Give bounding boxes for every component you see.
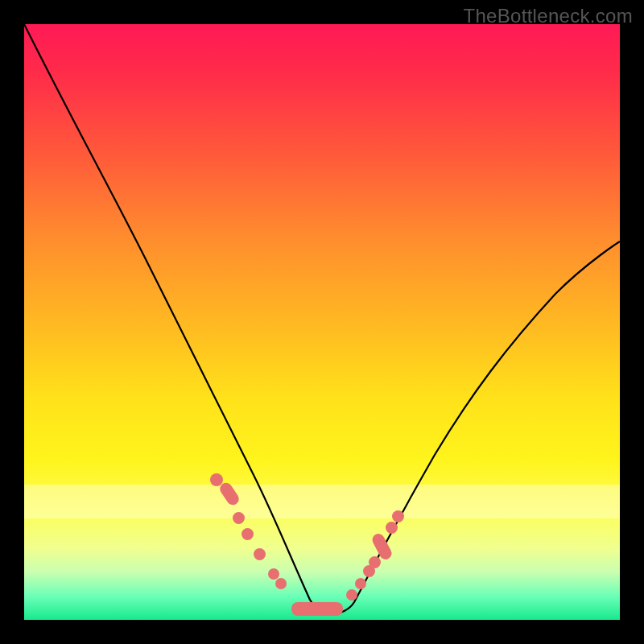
marker-dot <box>392 510 404 522</box>
marker-dot <box>355 578 366 589</box>
chart-frame: TheBottleneck.com <box>0 0 644 644</box>
marker-dot <box>386 522 398 534</box>
marker-dot <box>242 528 254 540</box>
marker-dot <box>346 589 357 601</box>
marker-dot <box>275 578 287 589</box>
plot-area <box>24 24 620 620</box>
watermark-text: TheBottleneck.com <box>463 5 633 27</box>
marker-dot <box>254 548 266 560</box>
marker-dot <box>369 556 381 568</box>
marker-bottom-pill <box>291 602 343 616</box>
bottleneck-curve <box>24 24 620 620</box>
marker-dot <box>233 512 245 524</box>
